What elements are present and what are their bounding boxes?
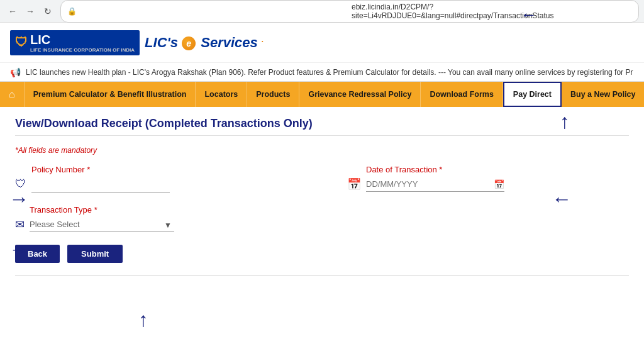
nav-item-pay-direct[interactable]: Pay Direct (503, 82, 562, 107)
date-input[interactable] (366, 177, 494, 191)
nav-item-locators[interactable]: Locators (196, 82, 247, 107)
transaction-type-label: Transaction Type * (30, 205, 174, 215)
policy-number-group: 🛡 Policy Number * (15, 165, 297, 193)
policy-number-label: Policy Number * (31, 165, 297, 174)
submit-arrow: ↑ (138, 308, 148, 332)
e-ball: e (182, 36, 196, 50)
submit-button[interactable]: Submit (67, 245, 123, 263)
news-ticker: 📢 LIC launches new Health plan - LIC's A… (0, 63, 644, 82)
lic-logo-box: 🛡 LIC LIFE INSURANCE CORPORATION OF INDI… (10, 30, 140, 55)
policy-field-content: Policy Number * (31, 165, 297, 193)
date-arrow: ← (552, 187, 572, 211)
date-input-wrapper: 📅 (366, 177, 504, 192)
buttons-row: Back Submit (15, 245, 629, 263)
browser-bar: ← → ↻ 🔒 ebiz.licindia.in/D2CPM/?site=Li4… (0, 0, 644, 23)
nav-home-icon[interactable]: ⌂ (0, 82, 25, 107)
back-button[interactable]: ← (5, 4, 20, 19)
eservices-suffix: Services (201, 35, 258, 50)
nav-item-grievance[interactable]: Grievance Redressal Policy (299, 82, 421, 107)
lic-subtext: LIFE INSURANCE CORPORATION OF INDIA (30, 47, 135, 53)
date-label: Date of Transaction * (366, 165, 629, 174)
lic-logo-text: LIC (30, 33, 50, 47)
main-nav: ⌂ Premium Calculator & Benefit Illustrat… (0, 82, 644, 107)
transaction-type-select-wrapper: Please Select ▼ (30, 217, 174, 232)
lic-logo: 🛡 LIC LIFE INSURANCE CORPORATION OF INDI… (10, 30, 264, 55)
ticker-icon: 📢 (10, 67, 21, 77)
page-title: View/Download Receipt (Completed Transac… (15, 117, 629, 136)
calendar-icon-right[interactable]: 📅 (494, 179, 504, 189)
browser-nav-buttons: ← → ↻ (5, 4, 55, 19)
policy-arrow: → (9, 187, 29, 211)
transaction-type-select[interactable]: Please Select (30, 217, 174, 232)
calendar-icon-left: 📅 (347, 177, 361, 191)
ticker-text: LIC launches new Health plan - LIC's Aro… (26, 68, 633, 77)
eservices-logo: LIC's e Services . (145, 35, 264, 51)
eservices-prefix: LIC's (145, 35, 178, 50)
transaction-arrow: → (9, 238, 29, 261)
date-field-content: Date of Transaction * 📅 (366, 165, 629, 192)
main-content: View/Download Receipt (Completed Transac… (0, 107, 644, 286)
url-text: ebiz.licindia.in/D2CPM/?site=Li4vRDJDUE0… (352, 3, 632, 20)
site-header: 🛡 LIC LIFE INSURANCE CORPORATION OF INDI… (0, 23, 644, 63)
form-row-1: 🛡 Policy Number * 📅 Date of Transaction … (15, 165, 629, 193)
date-group: 📅 Date of Transaction * 📅 (347, 165, 629, 192)
nav-item-premium-calculator[interactable]: Premium Calculator & Benefit Illustratio… (25, 82, 196, 107)
nav-item-buy-policy[interactable]: Buy a New Policy (562, 82, 644, 107)
envelope-icon: ✉ (15, 218, 25, 232)
url-arrow-indicator: ← (521, 5, 537, 25)
policy-number-input[interactable] (31, 177, 170, 193)
mandatory-note: *All fields are mandatory (15, 146, 629, 155)
footer-divider (15, 276, 629, 276)
nav-item-download-forms[interactable]: Download Forms (421, 82, 502, 107)
address-bar[interactable]: 🔒 ebiz.licindia.in/D2CPM/?site=Li4vRDJDU… (60, 0, 639, 23)
pay-direct-arrow: ↑ (560, 110, 570, 133)
nav-item-products[interactable]: Products (247, 82, 299, 107)
form-row-2: ✉ Transaction Type * Please Select ▼ (15, 205, 629, 232)
transaction-type-group: Transaction Type * Please Select ▼ (30, 205, 174, 232)
reload-button[interactable]: ↻ (40, 4, 55, 19)
forward-button[interactable]: → (23, 4, 38, 19)
